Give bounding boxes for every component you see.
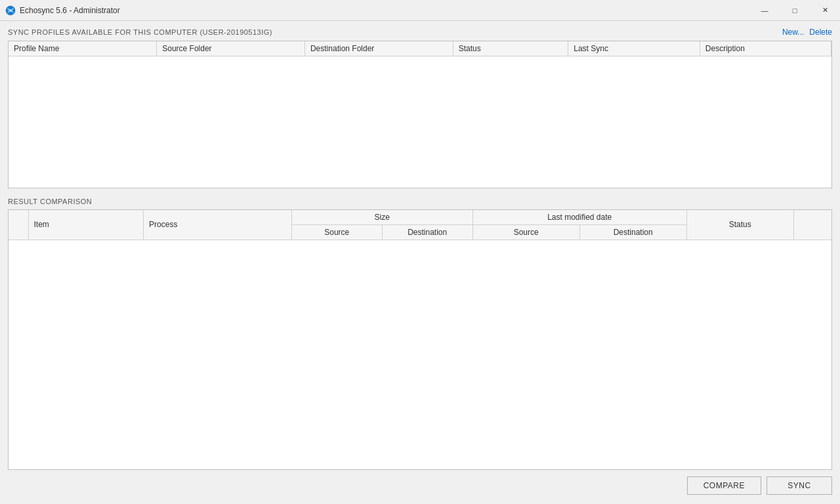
col-header-lmd-source: Source (472, 224, 579, 240)
col-header-last-sync: Last Sync (568, 41, 700, 56)
new-button[interactable]: New... (782, 28, 804, 37)
col-header-status: Status (453, 41, 568, 56)
col-header-description: Description (700, 41, 831, 56)
col-header-source-folder: Source Folder (157, 41, 305, 56)
comparison-table-body (9, 240, 831, 423)
app-title: Echosync 5.6 - Administrator (20, 6, 120, 15)
comparison-title: RESULT COMPARISON (8, 198, 832, 205)
col-header-size-group: Size (291, 210, 472, 225)
profiles-table-header-row: Profile Name Source Folder Destination F… (9, 41, 831, 56)
col-header-process: Process (144, 210, 292, 240)
profiles-table-container: Profile Name Source Folder Destination F… (8, 41, 832, 188)
main-content: SYNC PROFILES AVAILABLE FOR THIS COMPUTE… (0, 21, 840, 504)
title-bar-left: Echosync 5.6 - Administrator (5, 5, 120, 16)
col-header-profile-name: Profile Name (9, 41, 157, 56)
col-header-lmd-destination: Destination (579, 224, 686, 240)
title-bar: Echosync 5.6 - Administrator — □ ✕ (0, 0, 840, 21)
col-header-size-source: Source (291, 224, 382, 240)
compare-button[interactable]: COMPARE (687, 476, 761, 495)
delete-button[interactable]: Delete (809, 28, 832, 37)
minimize-button[interactable]: — (749, 0, 780, 21)
col-header-item: Item (28, 210, 144, 240)
col-header-status: Status (686, 210, 793, 240)
sync-button[interactable]: SYNC (766, 476, 832, 495)
sync-profiles-header: SYNC PROFILES AVAILABLE FOR THIS COMPUTE… (8, 28, 832, 37)
col-header-expander (9, 210, 28, 240)
app-icon (5, 5, 16, 16)
title-bar-controls: — □ ✕ (749, 0, 840, 21)
col-header-size-destination: Destination (382, 224, 472, 240)
comparison-section: RESULT COMPARISON Item (8, 198, 832, 471)
footer: COMPARE SYNC (8, 470, 832, 497)
profiles-empty-cell (9, 56, 831, 188)
profiles-table: Profile Name Source Folder Destination F… (9, 41, 831, 188)
comparison-empty-cell (9, 240, 831, 423)
sync-profiles-title: SYNC PROFILES AVAILABLE FOR THIS COMPUTE… (8, 28, 272, 36)
col-header-extra (793, 210, 831, 240)
profiles-empty-row (9, 56, 831, 188)
sync-profiles-actions: New... Delete (782, 28, 832, 37)
comparison-table-container: Item Process Size Last modified date Sta… (8, 209, 832, 471)
maximize-button[interactable]: □ (780, 0, 810, 21)
col-header-destination-folder: Destination Folder (304, 41, 453, 56)
comparison-group-header-row: Item Process Size Last modified date Sta… (9, 210, 831, 225)
close-button[interactable]: ✕ (810, 0, 840, 21)
comparison-table: Item Process Size Last modified date Sta… (9, 210, 831, 424)
col-header-lmd-group: Last modified date (472, 210, 686, 225)
profiles-table-body (9, 56, 831, 188)
comparison-empty-row (9, 240, 831, 423)
